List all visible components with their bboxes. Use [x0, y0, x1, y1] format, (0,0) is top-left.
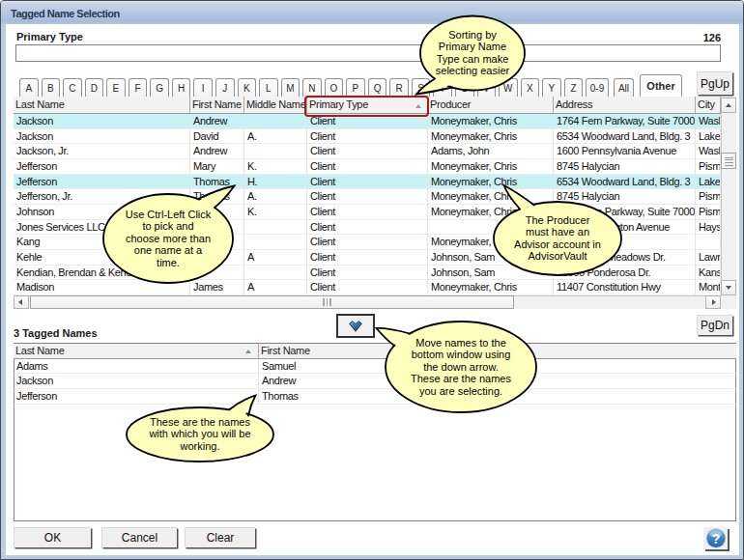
svg-text:?: ? [712, 531, 721, 546]
